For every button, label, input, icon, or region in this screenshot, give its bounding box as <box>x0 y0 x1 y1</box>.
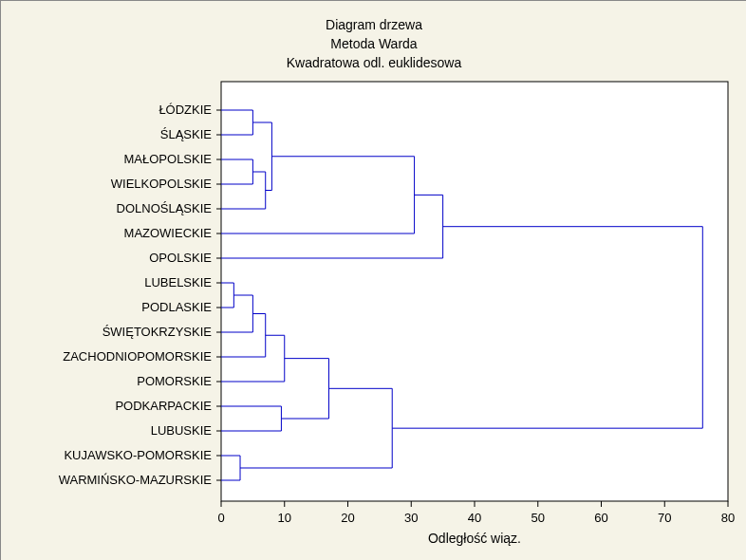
chart-subtitle-1: Metoda Warda <box>330 36 418 51</box>
leaf-label: KUJAWSKO-POMORSKIE <box>64 448 212 462</box>
leaf-label: ŚLĄSKIE <box>160 127 213 141</box>
dendrogram-svg: Diagram drzewaMetoda WardaKwadratowa odl… <box>1 1 746 560</box>
leaf-label: MAZOWIECKIE <box>124 226 213 240</box>
chart-container: { "chart_data": { "type": "dendrogram", … <box>0 0 746 560</box>
x-axis-label: Odległość wiąz. <box>428 531 521 546</box>
chart-title: Diagram drzewa <box>326 17 422 32</box>
x-tick-label: 70 <box>658 511 671 525</box>
leaf-label: DOLNOŚLĄSKIE <box>117 201 213 215</box>
leaf-label: ZACHODNIOPOMORSKIE <box>63 349 212 364</box>
leaf-label: WIELKOPOLSKIE <box>111 177 213 191</box>
x-tick-label: 80 <box>721 511 735 525</box>
x-tick-label: 0 <box>217 511 224 525</box>
leaf-label: POMORSKIE <box>137 374 212 388</box>
leaf-label: ŁÓDZKIE <box>159 103 212 117</box>
x-tick-label: 30 <box>404 511 418 525</box>
chart-subtitle-2: Kwadratowa odl. euklidesowa <box>287 55 462 70</box>
leaf-label: MAŁOPOLSKIE <box>124 152 213 166</box>
x-tick-label: 40 <box>468 511 481 525</box>
leaf-label: LUBUSKIE <box>151 423 213 438</box>
leaf-label: PODKARPACKIE <box>115 399 212 413</box>
x-tick-label: 60 <box>594 511 607 525</box>
x-tick-label: 10 <box>278 511 291 525</box>
leaf-label: LUBELSKIE <box>144 275 212 289</box>
leaf-label: ŚWIĘTOKRZYSKIE <box>103 325 213 339</box>
plot-frame <box>221 82 728 501</box>
x-tick-label: 50 <box>532 511 545 525</box>
leaf-label: OPOLSKIE <box>149 251 212 265</box>
leaf-label: PODLASKIE <box>141 300 212 314</box>
leaf-label: WARMIŃSKO-MAZURSKIE <box>59 473 213 487</box>
x-tick-label: 20 <box>341 511 354 525</box>
